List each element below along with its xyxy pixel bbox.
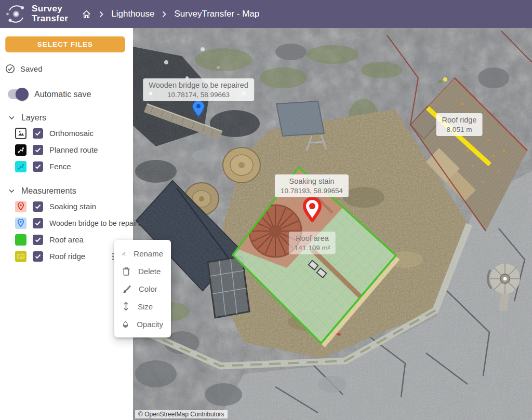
- measurements-section-header[interactable]: Measurements: [9, 186, 133, 196]
- top-bar: Survey Transfer Lighthouse SurveyTransfe…: [0, 0, 532, 28]
- blue-pin-icon: [15, 218, 26, 229]
- save-status-label: Saved: [20, 64, 43, 73]
- map-canvas[interactable]: Wooden bridge to be repaired 10.78174, 5…: [133, 28, 532, 420]
- annotation-title: Soaking stain: [281, 177, 343, 185]
- annotation-coordinates: 10.78193, 58.99654: [281, 187, 343, 195]
- annotation-label-roof-ridge[interactable]: Roof ridge 8.051 m: [436, 113, 483, 136]
- layer-label: Fence: [49, 162, 71, 171]
- layer-row-planned-route[interactable]: Planned route: [15, 144, 126, 156]
- measurement-row-soaking-stain[interactable]: Soaking stain: [15, 200, 126, 212]
- brand-logo[interactable]: Survey Transfer: [0, 3, 76, 25]
- breadcrumb-chevron-icon: [99, 11, 103, 18]
- blue-map-pin[interactable]: [192, 100, 205, 117]
- menu-item-delete[interactable]: Delete: [114, 262, 171, 280]
- fence-checkbox[interactable]: [33, 161, 43, 172]
- save-status: Saved: [5, 64, 133, 74]
- breadcrumb: Lighthouse SurveyTransfer - Map: [82, 9, 259, 19]
- brand-name: Survey Transfer: [32, 4, 68, 23]
- layer-label: Planned route: [49, 145, 98, 154]
- menu-item-opacity[interactable]: Opacity: [114, 315, 171, 333]
- wooden-bridge-checkbox[interactable]: [33, 218, 43, 228]
- orthomosaic-checkbox[interactable]: [33, 128, 43, 139]
- roof-area-checkbox[interactable]: [33, 235, 43, 245]
- measurement-row-wooden-bridge[interactable]: Wooden bridge to be repaired: [15, 217, 126, 229]
- layer-row-fence[interactable]: Fence: [15, 160, 126, 172]
- measurement-row-roof-ridge[interactable]: Roof ridge: [15, 250, 126, 262]
- orbit-logo-icon: [5, 3, 27, 25]
- annotation-title: Roof ridge: [442, 116, 477, 124]
- surveytransfer-app: Survey Transfer Lighthouse SurveyTransfe…: [0, 0, 532, 420]
- annotation-label-wooden-bridge[interactable]: Wooden bridge to be repaired 10.78174, 5…: [143, 78, 254, 101]
- menu-item-label: Opacity: [137, 320, 163, 329]
- layer-row-orthomosaic[interactable]: Orthomosaic: [15, 127, 126, 139]
- fence-icon: [15, 161, 26, 172]
- planned-route-checkbox[interactable]: [33, 145, 43, 155]
- check-circle-icon: [5, 64, 15, 74]
- select-files-button[interactable]: SELECT FILES: [5, 36, 125, 52]
- breadcrumb-project[interactable]: Lighthouse: [111, 9, 154, 19]
- annotation-coordinates: 10.78174, 58.99663: [149, 91, 248, 99]
- menu-item-label: Rename: [134, 249, 163, 258]
- autosave-row: Automatic save: [8, 89, 133, 99]
- measurement-label: Wooden bridge to be repaired: [49, 219, 145, 227]
- map-attribution[interactable]: © OpenStreetMap Contributors: [135, 410, 228, 418]
- menu-item-rename[interactable]: Rename: [114, 245, 171, 262]
- yellow-ruler-icon: [15, 251, 26, 262]
- roof-ridge-checkbox[interactable]: [33, 251, 43, 262]
- trash-icon: [122, 267, 130, 276]
- layer-label: Orthomosaic: [49, 129, 94, 138]
- green-area-icon: [15, 234, 26, 246]
- brush-icon: [122, 284, 131, 293]
- measurement-label: Roof ridge: [49, 252, 85, 261]
- measurement-row-roof-area[interactable]: Roof area: [15, 234, 126, 246]
- menu-item-label: Size: [138, 302, 153, 311]
- layer-context-menu: Rename Delete Color Size: [114, 240, 171, 337]
- chevron-down-icon: [9, 189, 15, 193]
- opacity-icon: [122, 320, 129, 329]
- annotation-title: Wooden bridge to be repaired: [149, 81, 248, 89]
- sidebar: SELECT FILES Saved Automatic save Layers: [0, 28, 133, 420]
- measurements-section-label: Measurements: [21, 186, 76, 196]
- annotation-area: 141.109 m²: [295, 244, 330, 252]
- annotation-label-roof-area[interactable]: Roof area 141.109 m²: [289, 232, 336, 254]
- red-pin-icon: [15, 201, 26, 212]
- annotation-title: Roof area: [295, 234, 330, 242]
- layers-section-header[interactable]: Layers: [9, 113, 133, 123]
- layers-section-label: Layers: [21, 113, 46, 123]
- route-icon: [15, 144, 26, 156]
- menu-item-label: Delete: [138, 267, 161, 276]
- autosave-toggle[interactable]: [8, 89, 27, 99]
- home-icon[interactable]: [82, 9, 91, 19]
- measurement-label: Soaking stain: [49, 202, 96, 211]
- orthomosaic-icon: [15, 128, 26, 139]
- resize-icon: [122, 302, 130, 311]
- menu-item-size[interactable]: Size: [114, 297, 171, 315]
- pencil-icon: [122, 249, 126, 258]
- measurement-label: Roof area: [49, 235, 84, 244]
- chevron-down-icon: [9, 116, 15, 120]
- menu-item-label: Color: [139, 284, 157, 293]
- menu-item-color[interactable]: Color: [114, 280, 171, 297]
- breadcrumb-chevron-icon: [162, 11, 166, 18]
- soaking-stain-checkbox[interactable]: [33, 201, 43, 212]
- annotation-label-soaking-stain[interactable]: Soaking stain 10.78193, 58.99654: [275, 174, 349, 197]
- annotation-length: 8.051 m: [442, 126, 477, 133]
- breadcrumb-current-page: SurveyTransfer - Map: [174, 9, 259, 19]
- autosave-label: Automatic save: [34, 90, 91, 99]
- red-map-pin[interactable]: [302, 197, 322, 222]
